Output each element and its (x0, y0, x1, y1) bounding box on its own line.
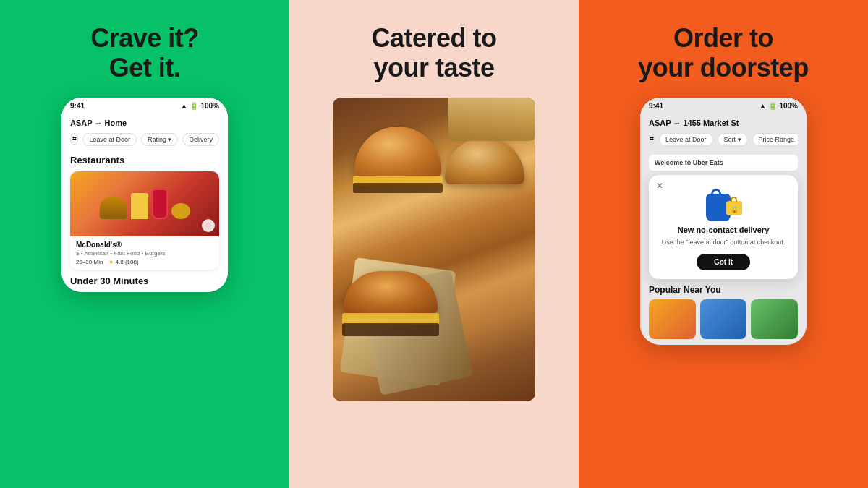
popular-cards-row (649, 299, 798, 339)
left-headline: Crave it? Get it. (90, 23, 199, 83)
battery-pct-left: 100% (200, 102, 219, 110)
popular-near-you-title: Popular Near You (649, 285, 798, 295)
status-bar-left: 9:41 ▲ 🔋 100% (61, 98, 228, 113)
no-contact-modal: ✕ 🔒 New no-contact delivery Use th (649, 175, 798, 280)
restaurant-name: McDonald's® (76, 241, 213, 249)
right-phone: 9:41 ▲ 🔋 100% ASAP → 1455 Market St ⇆ Le… (640, 98, 807, 346)
signal-icon-right: ▲ (760, 102, 767, 110)
popular-card-2[interactable] (700, 299, 747, 339)
filter-icon-left[interactable]: ⇆ (70, 133, 78, 145)
signal-icon: ▲ (181, 102, 188, 110)
filter-row-right: ⇆ Leave at Door Sort ▾ Price Range (649, 133, 798, 146)
under-30-title: Under 30 Minutes (70, 275, 219, 286)
heart-button[interactable]: ♡ (202, 219, 215, 232)
status-time-left: 9:41 (70, 102, 85, 110)
middle-headline: Catered to your taste (371, 23, 496, 83)
address-left[interactable]: ASAP → Home (70, 119, 219, 127)
popular-card-1[interactable] (649, 299, 696, 339)
filter-rating-left[interactable]: Rating ▾ (141, 133, 179, 146)
rating-value: ★ 4.8 (108) (109, 259, 138, 265)
right-panel: Order to your doorstep 9:41 ▲ 🔋 100% ASA… (579, 0, 868, 488)
left-phone: 9:41 ▲ 🔋 100% ASAP → Home ⇆ Leave at Doo… (61, 98, 228, 292)
right-headline: Order to your doorstep (638, 23, 809, 83)
status-icons-left: ▲ 🔋 100% (181, 102, 219, 110)
restaurants-title: Restaurants (70, 155, 219, 166)
battery-icon: 🔋 (190, 102, 198, 110)
got-it-button[interactable]: Got it (697, 254, 750, 270)
right-phone-content: ASAP → 1455 Market St ⇆ Leave at Door So… (640, 113, 807, 346)
status-bar-right: 9:41 ▲ 🔋 100% (640, 98, 807, 113)
restaurant-stats: 20–30 Min ★ 4.8 (108) (76, 259, 213, 265)
modal-description: Use the "leave at door" button at checko… (658, 238, 789, 247)
status-icons-right: ▲ 🔋 100% (760, 102, 798, 110)
delivery-time: 20–30 Min (76, 259, 103, 265)
filter-price-range-right[interactable]: Price Range (752, 133, 798, 146)
modal-close-button[interactable]: ✕ (656, 181, 663, 191)
restaurant-info: McDonald's® $ • American • Fast Food • B… (70, 236, 219, 270)
address-right[interactable]: ASAP → 1455 Market St (649, 119, 798, 127)
filter-leave-at-door-left[interactable]: Leave at Door (82, 133, 137, 146)
filter-leave-at-door-right[interactable]: Leave at Door (659, 133, 713, 146)
battery-icon-right: 🔋 (768, 102, 777, 110)
welcome-banner: Welcome to Uber Eats (649, 155, 798, 171)
restaurant-meta: $ • American • Fast Food • Burgers (76, 250, 213, 257)
restaurant-img-mcdonalds: ♡ (70, 171, 219, 236)
food-illustration (70, 171, 219, 236)
filter-delivery-left[interactable]: Delivery (182, 133, 219, 146)
food-photo-bg (333, 98, 535, 401)
modal-icon: 🔒 (705, 185, 742, 220)
popular-card-3[interactable] (751, 299, 798, 339)
food-photo (333, 98, 535, 401)
filter-icon-right[interactable]: ⇆ (649, 133, 655, 145)
left-panel: Crave it? Get it. 9:41 ▲ 🔋 100% ASAP → H… (0, 0, 289, 488)
modal-title: New no-contact delivery (658, 226, 789, 234)
battery-pct-right: 100% (779, 102, 798, 110)
filter-row-left: ⇆ Leave at Door Rating ▾ Delivery (70, 133, 219, 146)
middle-panel: Catered to your taste (289, 0, 579, 488)
status-time-right: 9:41 (649, 102, 663, 110)
restaurant-card-mcdonalds[interactable]: ♡ McDonald's® $ • American • Fast Food •… (70, 171, 219, 270)
filter-sort-right[interactable]: Sort ▾ (718, 133, 748, 146)
left-phone-content: ASAP → Home ⇆ Leave at Door Rating ▾ Del… (61, 113, 228, 292)
star-icon: ★ (109, 259, 114, 265)
